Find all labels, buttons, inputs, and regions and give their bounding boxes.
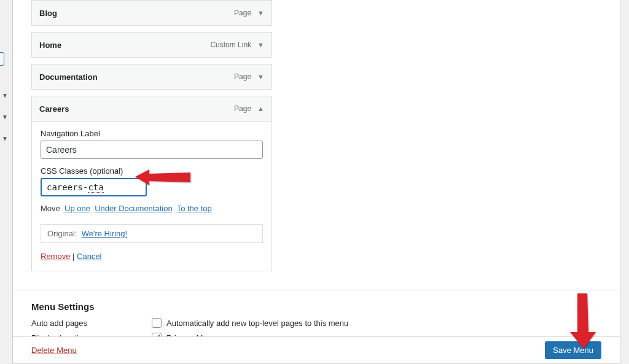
remove-menu-item-link[interactable]: Remove	[41, 252, 70, 261]
action-links-row: Remove | Cancel	[41, 252, 263, 261]
menu-item-title: Blog	[39, 9, 57, 18]
chevron-down-icon: ▼	[2, 135, 8, 142]
original-link-box: Original: We're Hiring!	[41, 224, 263, 243]
menu-editor-panel: Blog Page ▼ Home Custom Link ▼ Documenta…	[12, 0, 620, 364]
navigation-label-input[interactable]	[41, 141, 263, 159]
nav-label-heading: Navigation Label	[41, 129, 263, 138]
menu-item-title: Careers	[39, 104, 69, 114]
menu-item-settings: Navigation Label CSS Classes (optional) …	[31, 122, 272, 271]
menu-settings-section: Menu Settings Auto add pages Automatical…	[13, 290, 620, 343]
cancel-edit-link[interactable]: Cancel	[77, 252, 101, 261]
move-row: Move Up one Under Documentation To the t…	[41, 204, 263, 213]
menu-item-handle[interactable]: Home Custom Link ▼	[31, 32, 272, 58]
menu-structure: Blog Page ▼ Home Custom Link ▼ Documenta…	[13, 0, 620, 290]
save-menu-button[interactable]: Save Menu	[545, 341, 601, 359]
menu-settings-heading: Menu Settings	[31, 301, 601, 312]
chevron-down-icon[interactable]: ▼	[257, 41, 264, 48]
auto-add-checkbox[interactable]	[152, 318, 162, 328]
menu-item-careers: Careers Page ▲ Navigation Label CSS Clas…	[31, 96, 272, 271]
menu-item-type: Custom Link	[210, 41, 251, 49]
menu-item-home: Home Custom Link ▼	[31, 32, 272, 58]
chevron-down-icon: ▼	[2, 114, 8, 120]
css-classes-heading: CSS Classes (optional)	[41, 166, 263, 176]
menu-item-blog: Blog Page ▼	[31, 0, 272, 26]
menu-item-title: Documentation	[39, 72, 98, 82]
move-to-top-link[interactable]: To the top	[177, 204, 212, 213]
chevron-up-icon[interactable]: ▲	[257, 105, 264, 112]
menu-item-title: Home	[39, 41, 61, 50]
menu-item-handle[interactable]: Documentation Page ▼	[31, 64, 272, 90]
original-page-link[interactable]: We're Hiring!	[82, 229, 127, 238]
chevron-down-icon[interactable]: ▼	[257, 9, 264, 17]
admin-sidebar-stub: ▼ ▼ ▼	[0, 0, 12, 364]
auto-add-pages-label: Auto add pages	[31, 319, 152, 328]
footer-actions: Delete Menu Save Menu	[13, 336, 620, 363]
auto-add-description: Automatically add new top-level pages to…	[166, 319, 348, 328]
delete-menu-link[interactable]: Delete Menu	[31, 346, 77, 355]
css-classes-input[interactable]: careers-cta	[41, 178, 147, 196]
sidebar-active-indicator	[0, 52, 4, 66]
chevron-down-icon: ▼	[2, 92, 8, 99]
menu-item-type: Page	[234, 9, 251, 17]
menu-item-type: Page	[234, 72, 251, 81]
menu-item-handle[interactable]: Careers Page ▲	[31, 96, 272, 122]
move-up-one-link[interactable]: Up one	[64, 204, 90, 213]
move-under-link[interactable]: Under Documentation	[95, 204, 172, 213]
menu-item-type: Page	[234, 104, 251, 113]
menu-item-documentation: Documentation Page ▼	[31, 64, 272, 90]
chevron-down-icon[interactable]: ▼	[257, 73, 264, 80]
menu-item-handle[interactable]: Blog Page ▼	[31, 0, 272, 26]
